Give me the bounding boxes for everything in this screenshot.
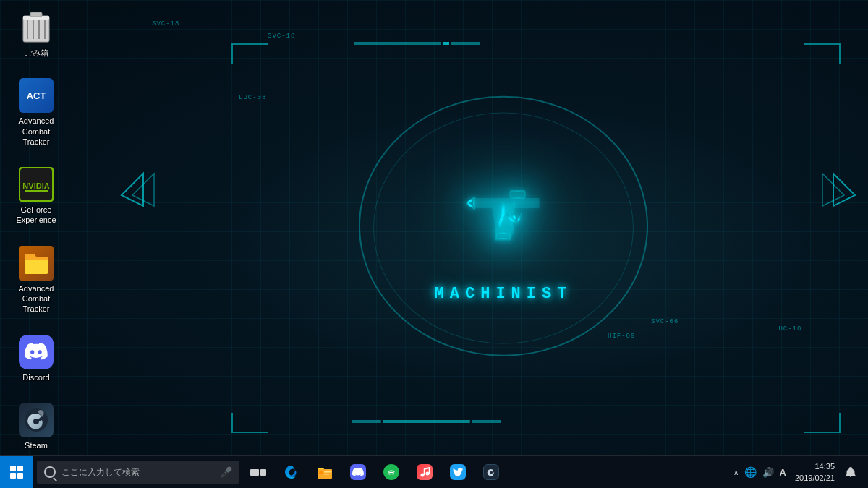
folder-icon xyxy=(22,249,50,277)
nvidia-icon: NVIDIA xyxy=(20,168,52,200)
steam-image xyxy=(19,403,54,437)
act-1-image: ACT xyxy=(19,78,54,113)
spotify-logo xyxy=(386,467,396,477)
steam-logo xyxy=(23,407,49,433)
icon-discord[interactable]: Discord xyxy=(7,332,65,385)
taskbar-twitter[interactable] xyxy=(442,456,474,489)
network-icon[interactable]: 🌐 xyxy=(743,465,758,479)
notification-button[interactable] xyxy=(839,456,862,489)
geforce-image: NVIDIA xyxy=(19,167,54,202)
start-button[interactable] xyxy=(0,456,33,489)
discord-logo xyxy=(25,343,48,361)
volume-icon[interactable]: 🔊 xyxy=(761,466,775,479)
edge-icon xyxy=(284,464,299,480)
recycle-bin-label: ごみ箱 xyxy=(25,48,48,58)
taskbar-discord[interactable] xyxy=(342,456,374,489)
svg-point-22 xyxy=(34,419,38,424)
desktop-icon-list: ごみ箱 ACT Advanced Combat Tracker NVIDIA G… xyxy=(7,7,65,453)
taskbar-steam-app[interactable] xyxy=(475,456,507,489)
clock-time: 14:35 xyxy=(814,461,835,473)
svg-line-29 xyxy=(425,468,430,469)
twitter-icon xyxy=(450,464,466,480)
taskbar-pinned-apps xyxy=(276,456,507,489)
taskbar-discord-icon xyxy=(350,464,366,480)
svg-rect-25 xyxy=(324,471,331,473)
task-view-button[interactable] xyxy=(244,456,273,489)
icon-act-2[interactable]: Advanced Combat Tracker xyxy=(7,243,65,317)
geforce-label: GeForce Experience xyxy=(10,205,62,226)
explorer-icon xyxy=(317,465,333,479)
machinist-logo: MACHINIST xyxy=(435,163,573,303)
twitter-logo xyxy=(453,468,463,476)
recycle-bin-image xyxy=(19,10,54,45)
taskbar-search-bar[interactable]: ここに入力して検索 🎤 xyxy=(37,461,239,484)
svg-rect-10 xyxy=(511,191,525,198)
recycle-bin-icon xyxy=(20,10,52,45)
task-view-icon xyxy=(250,469,266,476)
taskbar-right-area: ∧ 🌐 🔊 A 14:35 2019/02/21 xyxy=(732,456,868,489)
icon-steam[interactable]: Steam xyxy=(7,400,65,453)
act-2-image xyxy=(19,246,54,281)
language-icon[interactable]: A xyxy=(778,466,788,479)
steam-label: Steam xyxy=(25,440,48,450)
taskbar-clock[interactable]: 14:35 2019/02/21 xyxy=(795,461,835,484)
icon-act-1[interactable]: ACT Advanced Combat Tracker xyxy=(7,75,65,150)
windows-logo xyxy=(10,466,23,479)
microphone-icon: 🎤 xyxy=(220,466,232,478)
act-2-label: Advanced Combat Tracker xyxy=(10,283,62,314)
steam-small-icon xyxy=(485,466,497,478)
desktop: SVC-18 SVC-18 LUC-08 SVC-06 LUC-10 HIF-0… xyxy=(0,0,868,488)
search-placeholder-text: ここに入力して検索 xyxy=(61,466,140,479)
taskbar: ここに入力して検索 🎤 xyxy=(0,455,868,488)
taskbar-explorer[interactable] xyxy=(309,456,341,489)
svg-rect-20 xyxy=(25,190,48,192)
notification-icon xyxy=(846,466,856,478)
game-title-text: MACHINIST xyxy=(435,285,573,303)
svg-point-31 xyxy=(490,472,493,474)
taskbar-itunes[interactable] xyxy=(409,456,441,489)
search-icon xyxy=(44,466,56,478)
svg-rect-26 xyxy=(324,474,329,475)
music-icon xyxy=(420,467,430,477)
icon-recycle-bin[interactable]: ごみ箱 xyxy=(7,7,65,61)
svg-rect-13 xyxy=(30,12,42,17)
discord-small-icon xyxy=(352,468,364,477)
taskbar-steam-icon xyxy=(483,464,499,480)
act-1-label: Advanced Combat Tracker xyxy=(10,116,62,147)
discord-image xyxy=(19,335,54,369)
clock-date: 2019/02/21 xyxy=(795,472,835,484)
svg-rect-24 xyxy=(319,471,323,474)
gun-graphic xyxy=(438,163,569,279)
system-tray: ∧ 🌐 🔊 A xyxy=(732,465,788,479)
tray-expand-button[interactable]: ∧ xyxy=(732,467,740,478)
discord-label: Discord xyxy=(22,372,49,382)
spotify-icon xyxy=(383,464,399,480)
svg-text:NVIDIA: NVIDIA xyxy=(22,181,49,190)
taskbar-edge[interactable] xyxy=(276,456,307,489)
taskbar-spotify[interactable] xyxy=(375,456,407,489)
icon-geforce[interactable]: NVIDIA GeForce Experience xyxy=(7,164,65,228)
itunes-icon xyxy=(417,464,433,480)
